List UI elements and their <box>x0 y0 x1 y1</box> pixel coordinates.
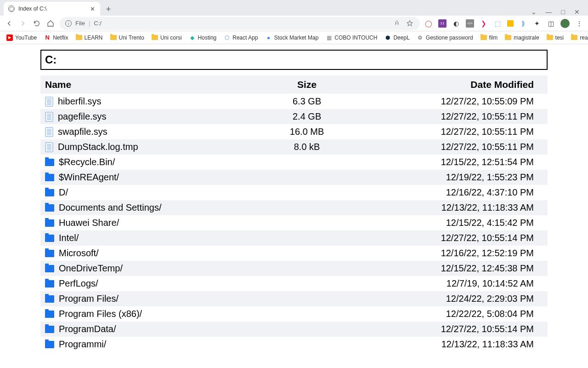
bookmark-item[interactable]: tesi <box>547 34 564 41</box>
item-link[interactable]: D/ <box>59 187 68 198</box>
back-button[interactable] <box>5 19 14 28</box>
item-link[interactable]: Programmi/ <box>59 339 106 350</box>
item-date: 12/27/22, 10:55:11 PM <box>346 109 548 124</box>
bookmark-label: COBO INTOUCH <box>334 34 377 41</box>
bookmark-item[interactable]: ⬢DeepL <box>384 34 409 41</box>
item-date: 12/15/22, 4:15:42 PM <box>346 215 548 230</box>
item-link[interactable]: Intel/ <box>59 233 79 243</box>
item-date: 12/27/22, 10:55:14 PM <box>346 322 548 337</box>
extensions-icon[interactable]: ✦ <box>533 19 541 28</box>
address-bar[interactable]: i File | C:/ <box>60 17 420 30</box>
item-date: 12/7/19, 10:14:52 AM <box>346 276 548 291</box>
current-path: C: <box>40 50 548 70</box>
home-button[interactable] <box>46 19 55 28</box>
item-date: 12/16/22, 12:52:19 PM <box>346 246 548 261</box>
item-link[interactable]: swapfile.sys <box>58 126 107 137</box>
item-date: 12/13/22, 11:18:33 AM <box>346 200 548 215</box>
item-date: 12/16/22, 4:37:10 PM <box>346 185 548 200</box>
item-link[interactable]: Documents and Settings/ <box>59 202 161 213</box>
bookmark-item[interactable]: NNetflix <box>44 34 68 41</box>
item-link[interactable]: Microsoft/ <box>59 248 99 259</box>
folder-icon <box>45 250 54 257</box>
table-row: ProgramData/12/27/22, 10:55:14 PM <box>40 322 548 337</box>
bookmark-label: film <box>489 34 498 41</box>
bookmark-item[interactable]: ●Stock Market Map <box>266 34 319 41</box>
ext-badge-icon[interactable]: 11 <box>438 19 447 28</box>
item-link[interactable]: Program Files/ <box>59 293 119 304</box>
bookmark-item[interactable]: LEARN <box>76 34 103 41</box>
close-window-button[interactable]: ✕ <box>574 8 580 16</box>
bookmark-item[interactable]: magistrale <box>505 34 539 41</box>
menu-icon[interactable]: ⋮ <box>575 19 583 28</box>
item-date: 12/27/22, 10:55:11 PM <box>346 139 548 155</box>
item-size <box>268 261 346 276</box>
sidepanel-icon[interactable]: ◫ <box>547 19 555 28</box>
ext-code-icon[interactable]: </> <box>466 19 474 28</box>
ext-translate-icon[interactable]: ⬚ <box>493 19 502 28</box>
dropdown-icon[interactable]: ⌄ <box>531 8 537 16</box>
item-link[interactable]: Program Files (x86)/ <box>59 309 142 319</box>
col-header-date[interactable]: Date Modified <box>346 75 548 94</box>
star-icon[interactable] <box>405 19 414 28</box>
item-link[interactable]: pagefile.sys <box>58 111 107 122</box>
folder-icon <box>45 326 54 333</box>
item-link[interactable]: hiberfil.sys <box>58 96 101 107</box>
ext-pink-icon[interactable]: ❯ <box>480 19 488 28</box>
folder-icon <box>45 280 54 288</box>
ext-wave-icon[interactable]: ◐ <box>452 19 460 28</box>
bookmark-item[interactable]: Uni Trento <box>110 34 144 41</box>
forward-button[interactable] <box>18 19 28 28</box>
page-content: C: Name Size Date Modified hiberfil.sys6… <box>0 44 588 368</box>
item-link[interactable]: $Recycle.Bin/ <box>59 157 115 167</box>
browser-tab[interactable]: ◯ Index of C:\ ✕ <box>4 2 100 16</box>
item-link[interactable]: Huawei Share/ <box>59 218 119 228</box>
globe-icon: ◯ <box>8 6 15 12</box>
bookmark-item[interactable]: Uni corsi <box>152 34 182 41</box>
new-tab-button[interactable]: + <box>102 3 115 16</box>
bookmark-item[interactable]: reading <box>571 34 588 41</box>
item-link[interactable]: $WinREAgent/ <box>59 172 119 183</box>
item-date: 12/15/22, 12:51:54 PM <box>346 155 548 170</box>
minimize-button[interactable]: — <box>546 8 552 16</box>
folder-icon <box>45 341 54 348</box>
item-link[interactable]: OneDriveTemp/ <box>59 263 123 274</box>
bookmark-item[interactable]: ⬡React App <box>224 34 258 41</box>
extension-icons: ◯ 11 ◐ </> ❯ ⬚ ⟫ ✦ ◫ ⋮ <box>424 19 583 28</box>
browser-toolbar: i File | C:/ ◯ 11 ◐ </> ❯ ⬚ ⟫ ✦ ◫ ⋮ <box>0 16 588 31</box>
folder-icon <box>45 174 54 181</box>
table-row: Programmi/12/13/22, 11:18:33 AM <box>40 337 548 352</box>
bookmark-item[interactable]: film <box>481 34 498 41</box>
item-link[interactable]: PerfLogs/ <box>59 278 98 289</box>
item-size <box>268 322 346 337</box>
table-row: PerfLogs/12/7/19, 10:14:52 AM <box>40 276 548 291</box>
directory-table: Name Size Date Modified hiberfil.sys6.3 … <box>40 75 548 352</box>
ext-cast-icon[interactable]: ⟫ <box>519 19 527 28</box>
item-date: 12/24/22, 2:29:03 PM <box>346 291 548 306</box>
info-icon[interactable]: i <box>65 20 72 27</box>
close-icon[interactable]: ✕ <box>89 6 96 12</box>
item-size <box>268 276 346 291</box>
table-row: Program Files/12/24/22, 2:29:03 PM <box>40 291 548 306</box>
bookmark-item[interactable]: ⚙Gestione password <box>417 34 473 41</box>
file-icon <box>45 127 53 137</box>
ext-yellow-icon[interactable] <box>507 20 514 27</box>
bookmark-item[interactable]: ▶YouTube <box>6 34 37 41</box>
bookmark-label: Netflix <box>53 34 68 41</box>
table-row: Huawei Share/12/15/22, 4:15:42 PM <box>40 215 548 230</box>
item-link[interactable]: ProgramData/ <box>59 324 116 334</box>
bookmark-item[interactable]: ▦COBO INTOUCH <box>326 34 377 41</box>
reload-button[interactable] <box>32 19 41 28</box>
item-link[interactable]: DumpStack.log.tmp <box>58 142 138 152</box>
col-header-size[interactable]: Size <box>268 75 346 94</box>
table-row: Program Files (x86)/12/22/22, 5:08:04 PM <box>40 306 548 322</box>
item-size: 2.4 GB <box>268 109 346 124</box>
folder-icon <box>45 310 54 318</box>
col-header-name[interactable]: Name <box>40 75 268 94</box>
maximize-button[interactable]: □ <box>561 8 565 16</box>
folder-icon <box>45 219 54 227</box>
bookmark-label: Uni Trento <box>119 34 144 41</box>
ext-circle-icon[interactable]: ◯ <box>424 19 433 28</box>
profile-avatar[interactable] <box>560 19 570 28</box>
share-icon[interactable] <box>392 19 401 28</box>
bookmark-item[interactable]: ◆Hosting <box>189 34 217 41</box>
